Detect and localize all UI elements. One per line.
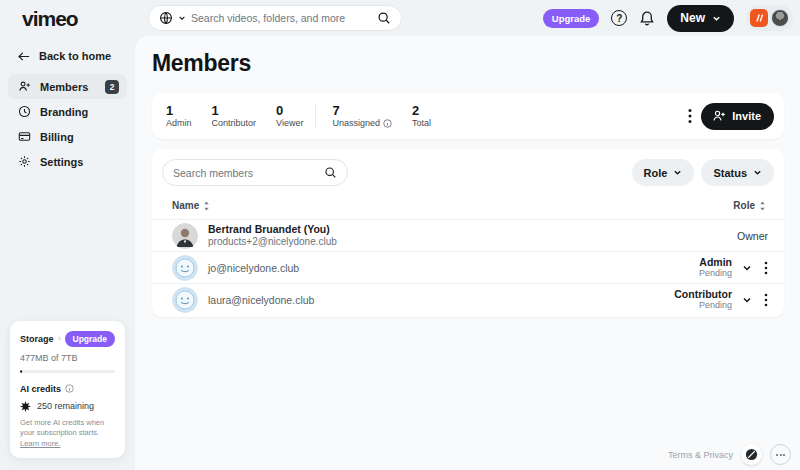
sidebar-item-label: Members bbox=[40, 81, 88, 93]
row-overflow-menu-button[interactable] bbox=[762, 259, 770, 277]
kebab-icon bbox=[688, 108, 692, 124]
role-filter-button[interactable]: Role bbox=[632, 159, 695, 186]
workspace-icon bbox=[750, 9, 768, 27]
sidebar-item-branding[interactable]: Branding bbox=[8, 99, 127, 124]
kebab-icon bbox=[764, 261, 768, 275]
terms-privacy-link[interactable]: Terms & Privacy bbox=[668, 450, 733, 460]
member-role: Owner bbox=[737, 230, 770, 242]
role-dropdown-button[interactable] bbox=[740, 293, 754, 307]
ai-credits-title: AI credits bbox=[20, 384, 61, 394]
help-icon: ? bbox=[611, 10, 627, 26]
stat-total: 2 Total bbox=[412, 104, 431, 129]
search-icon bbox=[377, 11, 391, 25]
sidebar-item-settings[interactable]: Settings bbox=[8, 149, 127, 174]
sidebar-item-label: Billing bbox=[40, 131, 74, 143]
notifications-button[interactable] bbox=[639, 10, 655, 27]
role-filter-label: Role bbox=[644, 167, 668, 179]
info-icon[interactable] bbox=[65, 384, 74, 393]
user-avatar bbox=[771, 9, 789, 27]
member-add-icon bbox=[712, 109, 726, 123]
member-email: products+2@nicelydone.club bbox=[208, 236, 337, 249]
more-options-button[interactable] bbox=[770, 444, 791, 465]
member-role: Contributor bbox=[674, 288, 732, 300]
member-status: Pending bbox=[699, 268, 732, 278]
stat-unassigned: 7 Unassigned bbox=[332, 104, 392, 129]
sidebar-item-label: Branding bbox=[40, 106, 88, 118]
sidebar-item-label: Settings bbox=[40, 156, 83, 168]
member-search[interactable] bbox=[162, 159, 348, 186]
ai-credits-remaining: 250 remaining bbox=[37, 401, 94, 411]
column-header-name[interactable]: Name bbox=[172, 200, 210, 211]
kebab-icon bbox=[764, 293, 768, 307]
members-count-badge: 2 bbox=[105, 80, 119, 94]
status-filter-label: Status bbox=[713, 167, 747, 179]
storage-card: Storage Upgrade 477MB of 7TB AI credits … bbox=[10, 321, 125, 459]
messenger-icon bbox=[745, 448, 758, 461]
chevron-down-icon[interactable] bbox=[178, 14, 186, 22]
main-content: Members 1 Admin 1 Contributor 0 Viewer 7… bbox=[135, 36, 800, 470]
globe-icon bbox=[159, 11, 173, 25]
member-email: laura@nicelydone.club bbox=[208, 294, 314, 306]
search-icon bbox=[324, 166, 337, 179]
member-avatar-placeholder bbox=[172, 255, 198, 281]
vimeo-logo[interactable]: vimeo bbox=[22, 7, 78, 31]
back-to-home-label: Back to home bbox=[39, 50, 111, 62]
invite-button-label: Invite bbox=[732, 110, 761, 122]
column-header-role[interactable]: Role bbox=[733, 200, 766, 211]
stats-overflow-menu-button[interactable] bbox=[688, 108, 692, 124]
member-role: Admin bbox=[699, 256, 732, 268]
upgrade-button[interactable]: Upgrade bbox=[543, 9, 600, 28]
role-dropdown-button[interactable] bbox=[740, 261, 754, 275]
messenger-button[interactable] bbox=[741, 444, 762, 465]
storage-upgrade-button[interactable]: Upgrade bbox=[65, 331, 115, 347]
member-stats-card: 1 Admin 1 Contributor 0 Viewer 7 Unassig… bbox=[152, 93, 784, 139]
sidebar-item-billing[interactable]: Billing bbox=[8, 124, 127, 149]
member-row[interactable]: laura@nicelydone.club Contributor Pendin… bbox=[152, 283, 784, 315]
workspace-switcher[interactable] bbox=[746, 5, 793, 31]
topbar-actions: Upgrade ? New bbox=[543, 3, 793, 33]
member-status: Pending bbox=[674, 300, 732, 310]
branding-icon bbox=[18, 105, 31, 118]
invite-button[interactable]: Invite bbox=[701, 103, 774, 130]
chevron-down-icon bbox=[742, 263, 752, 273]
stat-viewer: 0 Viewer bbox=[276, 104, 303, 129]
bell-icon bbox=[639, 10, 655, 27]
member-row[interactable]: jo@nicelydone.club Admin Pending bbox=[152, 251, 784, 283]
new-button-label: New bbox=[680, 11, 705, 25]
help-button[interactable]: ? bbox=[611, 10, 627, 26]
status-filter-button[interactable]: Status bbox=[701, 159, 774, 186]
member-name: Bertrand Bruandet (You) bbox=[208, 223, 337, 236]
arrow-left-icon bbox=[18, 51, 30, 62]
members-table-card: Role Status Name Role bbox=[152, 149, 784, 317]
storage-progress-bar bbox=[20, 370, 115, 373]
member-add-icon bbox=[18, 80, 31, 93]
chevron-down-icon bbox=[712, 14, 721, 23]
back-to-home-link[interactable]: Back to home bbox=[18, 50, 111, 62]
new-button[interactable]: New bbox=[667, 5, 734, 32]
member-avatar-photo bbox=[172, 223, 198, 249]
page-title: Members bbox=[152, 50, 784, 77]
sidebar-nav: Members 2 Branding Billing Settings bbox=[8, 74, 127, 174]
ai-credits-icon bbox=[20, 401, 31, 412]
stats-divider bbox=[315, 103, 316, 129]
info-icon[interactable] bbox=[58, 334, 61, 343]
learn-more-link[interactable]: Learn more. bbox=[20, 439, 60, 448]
stat-admin: 1 Admin bbox=[166, 104, 192, 129]
global-search[interactable] bbox=[148, 5, 402, 31]
member-search-input[interactable] bbox=[173, 167, 324, 179]
credit-card-icon bbox=[18, 130, 31, 143]
info-icon[interactable] bbox=[383, 119, 392, 128]
row-overflow-menu-button[interactable] bbox=[762, 291, 770, 309]
member-email: jo@nicelydone.club bbox=[208, 262, 299, 274]
member-avatar-placeholder bbox=[172, 287, 198, 313]
sort-icon bbox=[203, 201, 210, 211]
search-input[interactable] bbox=[191, 12, 372, 24]
gear-icon bbox=[18, 155, 31, 168]
sidebar-item-members[interactable]: Members 2 bbox=[8, 74, 127, 99]
storage-title: Storage bbox=[20, 334, 54, 344]
storage-usage: 477MB of 7TB bbox=[20, 353, 115, 363]
member-row[interactable]: Bertrand Bruandet (You) products+2@nicel… bbox=[152, 219, 784, 251]
chevron-down-icon bbox=[673, 168, 682, 177]
chevron-down-icon bbox=[742, 295, 752, 305]
table-header: Name Role bbox=[152, 192, 784, 219]
